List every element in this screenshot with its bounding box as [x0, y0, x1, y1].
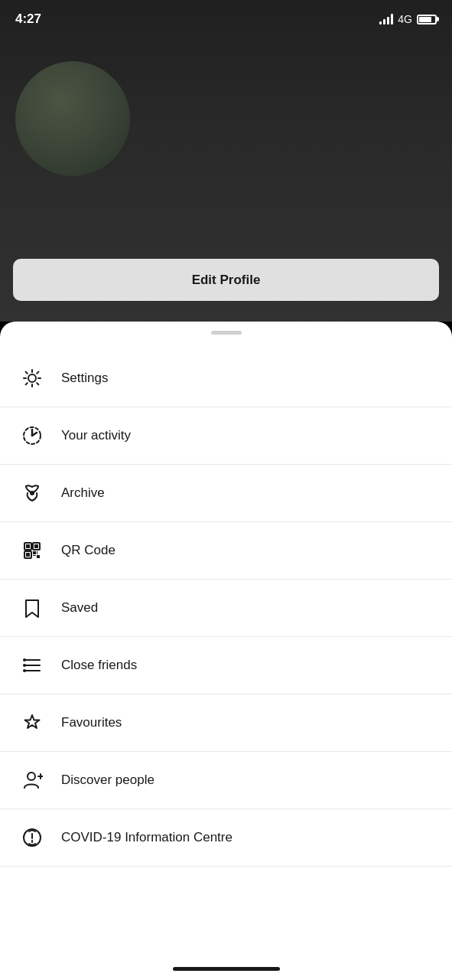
menu-item-saved[interactable]: Saved — [0, 580, 452, 637]
svg-point-16 — [23, 658, 26, 662]
svg-point-17 — [23, 664, 26, 667]
favourites-label: Favourites — [61, 715, 122, 730]
menu-item-your-activity[interactable]: Your activity — [0, 407, 452, 465]
qr-code-label: QR Code — [61, 543, 115, 558]
menu-item-favourites[interactable]: Favourites — [0, 694, 452, 752]
svg-rect-10 — [37, 555, 40, 558]
menu-item-qr-code[interactable]: QR Code — [0, 522, 452, 580]
covid-icon — [15, 821, 49, 854]
svg-point-18 — [23, 669, 26, 672]
menu-item-archive[interactable]: Archive — [0, 465, 452, 522]
status-time: 4:27 — [15, 11, 41, 27]
your-activity-label: Your activity — [61, 428, 131, 443]
settings-icon — [15, 361, 49, 395]
qr-code-icon — [15, 534, 49, 567]
settings-label: Settings — [61, 371, 108, 386]
battery-icon — [417, 15, 437, 24]
svg-rect-7 — [34, 544, 38, 548]
edit-profile-button[interactable]: Edit Profile — [13, 259, 439, 301]
discover-people-icon — [15, 763, 49, 797]
svg-rect-8 — [26, 553, 30, 557]
svg-point-0 — [28, 374, 36, 382]
covid-label: COVID-19 Information Centre — [61, 830, 233, 845]
svg-rect-6 — [26, 544, 30, 548]
status-bar: 4:27 4G — [0, 0, 452, 38]
menu-item-discover-people[interactable]: Discover people — [0, 752, 452, 809]
svg-rect-9 — [33, 551, 36, 554]
menu-item-covid[interactable]: COVID-19 Information Centre — [0, 809, 452, 867]
menu-item-close-friends[interactable]: Close friends — [0, 637, 452, 694]
activity-icon — [15, 419, 49, 452]
signal-icon — [379, 14, 393, 24]
archive-label: Archive — [61, 485, 105, 501]
status-icons: 4G — [379, 13, 437, 25]
home-indicator — [173, 967, 280, 971]
svg-rect-12 — [37, 551, 37, 554]
saved-label: Saved — [61, 600, 98, 616]
close-friends-icon — [15, 648, 49, 682]
bottom-sheet: Settings Your activity — [0, 322, 452, 980]
svg-rect-11 — [33, 555, 36, 556]
close-friends-label: Close friends — [61, 658, 137, 673]
archive-icon — [15, 476, 49, 510]
network-label: 4G — [398, 13, 412, 25]
svg-point-19 — [28, 773, 35, 780]
menu-list: Settings Your activity — [0, 350, 452, 867]
sheet-handle — [211, 331, 242, 335]
discover-people-label: Discover people — [61, 773, 154, 788]
favourites-icon — [15, 706, 49, 740]
saved-icon — [15, 591, 49, 625]
menu-item-settings[interactable]: Settings — [0, 350, 452, 407]
svg-point-2 — [31, 492, 34, 495]
